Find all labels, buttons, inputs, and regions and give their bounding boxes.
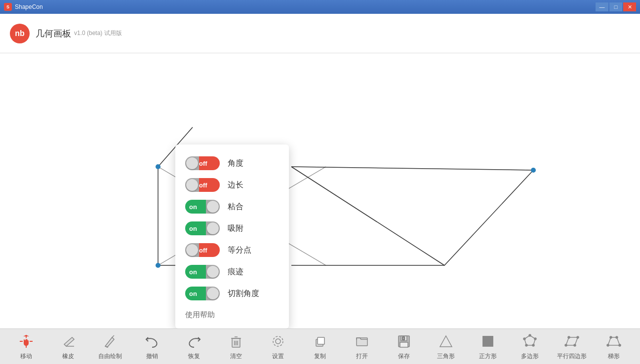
parallelogram-icon xyxy=(563,332,581,350)
tool-polygon[interactable]: 多边形 xyxy=(515,332,545,361)
svg-point-16 xyxy=(276,339,280,344)
toggle-snap[interactable]: on xyxy=(185,200,220,214)
menu-label-trace: 痕迹 xyxy=(228,267,243,277)
close-button[interactable]: ✕ xyxy=(623,2,636,11)
move-icon xyxy=(17,332,35,350)
tool-triangle[interactable]: 三角形 xyxy=(431,332,461,361)
toggle-angle[interactable]: off xyxy=(185,156,220,170)
svg-point-5 xyxy=(531,168,536,173)
toggle-knob-snap xyxy=(207,201,219,213)
popup-menu: off 角度 off 边长 on 粘合 on 吸附 xyxy=(175,145,289,328)
tool-redo[interactable]: 恢复 xyxy=(179,332,209,361)
toggle-divpoint[interactable]: off xyxy=(185,243,220,257)
svg-point-3 xyxy=(156,164,160,169)
tool-move-label: 移动 xyxy=(20,352,32,361)
toggle-side[interactable]: off xyxy=(185,178,220,192)
toggle-text-cutangle: on xyxy=(189,290,197,297)
svg-line-8 xyxy=(112,335,114,337)
menu-item-side[interactable]: off 边长 xyxy=(175,174,289,196)
menu-item-divpoint[interactable]: off 等分点 xyxy=(175,239,289,261)
tool-open[interactable]: 打开 xyxy=(347,332,377,361)
tool-undo[interactable]: 撤销 xyxy=(137,332,167,361)
title-bar: S ShapeCon — □ ✕ xyxy=(0,0,640,14)
svg-point-42 xyxy=(619,344,621,346)
toggle-text-divpoint: off xyxy=(199,247,207,254)
toggle-knob-side xyxy=(186,179,198,191)
menu-item-trace[interactable]: on 痕迹 xyxy=(175,261,289,283)
window-title: ShapeCon xyxy=(15,3,43,10)
svg-marker-39 xyxy=(608,337,620,345)
undo-icon xyxy=(143,332,161,350)
trapezoid-icon xyxy=(605,332,623,350)
redo-icon xyxy=(185,332,203,350)
tool-copy-label: 复制 xyxy=(314,352,326,361)
tool-freedraw-label: 自由绘制 xyxy=(98,352,122,361)
toggle-cutangle[interactable]: on xyxy=(185,287,220,300)
tool-triangle-label: 三角形 xyxy=(437,352,455,361)
tool-square[interactable]: 正方形 xyxy=(473,332,503,361)
app-version: v1.0 (beta) 试用版 xyxy=(74,29,122,37)
tool-clear-label: 清空 xyxy=(230,352,242,361)
svg-rect-27 xyxy=(483,336,493,346)
svg-point-37 xyxy=(574,344,576,346)
settings-icon xyxy=(269,332,287,350)
bottom-toolbar: 移动 橡皮 自由绘制 撤销 xyxy=(0,328,640,364)
menu-label-divpoint: 等分点 xyxy=(228,245,251,255)
svg-rect-19 xyxy=(318,337,324,344)
svg-rect-24 xyxy=(402,337,404,340)
tool-freedraw[interactable]: 自由绘制 xyxy=(95,332,125,361)
tool-trapezoid[interactable]: 梯形 xyxy=(599,332,629,361)
menu-label-cutangle: 切割角度 xyxy=(228,289,259,299)
freedraw-icon xyxy=(101,332,119,350)
clear-icon xyxy=(227,332,245,350)
tool-eraser[interactable]: 橡皮 xyxy=(53,332,83,361)
menu-item-snap[interactable]: on 粘合 xyxy=(175,196,289,218)
svg-marker-6 xyxy=(64,337,74,346)
tool-clear[interactable]: 清空 xyxy=(221,332,251,361)
tool-trapezoid-label: 梯形 xyxy=(608,352,620,361)
toggle-text-snap: on xyxy=(189,203,197,211)
menu-label-snap: 粘合 xyxy=(228,202,243,212)
maximize-button[interactable]: □ xyxy=(609,2,622,11)
svg-point-35 xyxy=(568,336,570,338)
tool-move[interactable]: 移动 xyxy=(11,332,41,361)
minimize-button[interactable]: — xyxy=(596,2,608,11)
menu-item-attract[interactable]: on 吸附 xyxy=(175,218,289,239)
toggle-attract[interactable]: on xyxy=(185,221,220,235)
tool-parallelogram[interactable]: 平行四边形 xyxy=(557,332,587,361)
toggle-knob-cutangle xyxy=(207,288,219,299)
svg-point-30 xyxy=(534,338,536,340)
svg-point-31 xyxy=(532,344,534,346)
svg-line-2 xyxy=(291,167,444,265)
svg-marker-25 xyxy=(440,336,452,347)
triangle-icon xyxy=(437,332,455,350)
toggle-knob-attract xyxy=(207,222,219,234)
svg-point-40 xyxy=(610,336,612,338)
window-controls: — □ ✕ xyxy=(596,2,636,11)
tool-save[interactable]: 保存 xyxy=(389,332,419,361)
svg-point-29 xyxy=(529,334,531,336)
tool-settings[interactable]: 设置 xyxy=(263,332,293,361)
tool-copy[interactable]: 复制 xyxy=(305,332,335,361)
menu-label-attract: 吸附 xyxy=(228,223,243,234)
svg-rect-23 xyxy=(400,342,408,347)
svg-point-38 xyxy=(565,344,567,346)
title-bar-left: S ShapeCon xyxy=(4,3,43,11)
menu-item-angle[interactable]: off 角度 xyxy=(175,152,289,174)
svg-point-36 xyxy=(577,336,579,338)
toggle-knob-trace xyxy=(207,266,219,278)
canvas-area[interactable]: off 角度 off 边长 on 粘合 on 吸附 xyxy=(0,53,640,328)
tool-save-label: 保存 xyxy=(398,352,410,361)
eraser-icon xyxy=(59,332,77,350)
help-link[interactable]: 使用帮助 xyxy=(175,306,289,324)
tool-square-label: 正方形 xyxy=(479,352,497,361)
polygon-icon xyxy=(521,332,539,350)
menu-item-cutangle[interactable]: on 切割角度 xyxy=(175,283,289,304)
toggle-text-side: off xyxy=(199,182,207,189)
tool-parallelogram-label: 平行四边形 xyxy=(557,352,587,361)
svg-point-4 xyxy=(156,263,160,268)
toggle-trace[interactable]: on xyxy=(185,265,220,279)
app-icon: S xyxy=(4,3,12,11)
canvas-svg xyxy=(0,53,640,328)
toggle-text-angle: off xyxy=(199,160,207,167)
